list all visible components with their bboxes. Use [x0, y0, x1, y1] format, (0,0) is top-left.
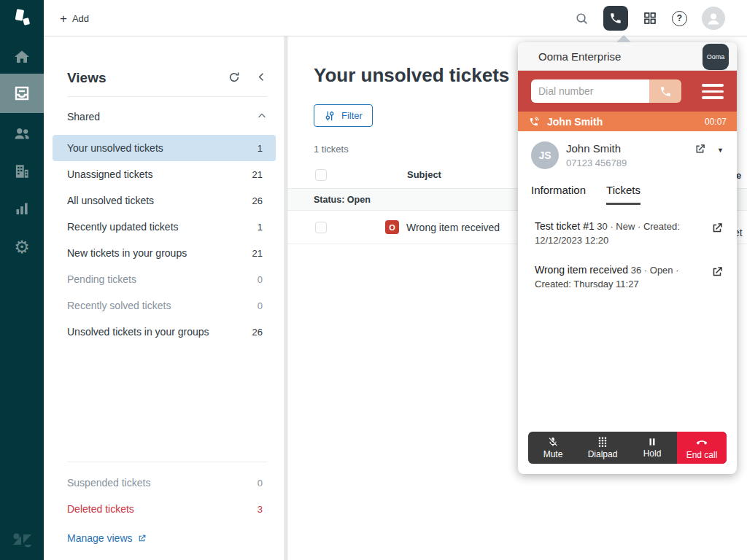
view-item-suspended[interactable]: Suspended tickets 0 [53, 470, 276, 496]
view-item-new-in-groups[interactable]: New tickets in your groups 21 [53, 240, 276, 266]
widget-title: Ooma Enterprise [538, 50, 621, 63]
call-controls-bar: Mute Dialpad Hold [528, 432, 727, 464]
open-contact-button[interactable] [694, 143, 706, 158]
widget-header: Ooma Enterprise Ooma [518, 42, 737, 71]
open-ticket-button[interactable] [711, 222, 724, 247]
shared-section-header[interactable]: Shared [67, 107, 267, 126]
zendesk-logo-icon [10, 7, 34, 30]
contact-avatar: JS [531, 141, 559, 169]
widget-ticket-title: Test ticket #1 [535, 220, 595, 232]
view-item-label: Your unsolved tickets [67, 142, 163, 154]
view-item-recently-solved[interactable]: Recently solved tickets 0 [53, 292, 276, 319]
external-link-icon [694, 143, 706, 155]
apps-button[interactable] [643, 11, 657, 26]
view-item-your-unsolved[interactable]: Your unsolved tickets 1 [53, 135, 276, 161]
topbar-actions: ? [575, 0, 747, 36]
mute-label: Mute [543, 449, 563, 459]
filter-button[interactable]: Filter [314, 104, 373, 127]
view-item-unsolved-in-groups[interactable]: Unsolved tickets in your groups 26 [53, 319, 276, 345]
building-icon [12, 162, 31, 181]
views-panel: Views Shared [44, 36, 285, 560]
view-item-unassigned[interactable]: Unassigned tickets 21 [53, 161, 276, 187]
views-panel-footer: Suspended tickets 0 Deleted tickets 3 Ma… [44, 462, 285, 550]
phone-app-button[interactable] [603, 6, 628, 31]
active-call-bar[interactable]: John Smith 00:07 [518, 112, 737, 131]
list-item: Wrong item received 36 · Open · Created:… [535, 263, 724, 291]
end-call-button[interactable]: End call [677, 432, 727, 464]
widget-menu-button[interactable] [702, 84, 724, 99]
end-call-icon [695, 435, 708, 448]
widget-ticket-list: Test ticket #1 30 · New · Created: 12/12… [518, 219, 737, 291]
view-item-label: Recently updated tickets [67, 221, 179, 233]
row-checkbox[interactable] [315, 222, 327, 233]
sidebar-item-reporting[interactable] [0, 190, 44, 228]
view-item-recently-updated[interactable]: Recently updated tickets 1 [53, 214, 276, 240]
view-item-count: 21 [252, 248, 263, 259]
view-item-label: Unsolved tickets in your groups [67, 326, 209, 338]
view-item-pending[interactable]: Pending tickets 0 [53, 266, 276, 292]
sidebar-item-home[interactable] [0, 38, 44, 76]
pause-icon [647, 437, 657, 447]
open-ticket-button[interactable] [711, 265, 724, 291]
sidebar-item-customers[interactable] [0, 114, 44, 152]
sidebar-item-admin[interactable]: ⚙ [0, 228, 44, 266]
nav-rail: ⚙ [0, 0, 44, 560]
collapse-panel-button[interactable] [256, 71, 267, 86]
dial-call-button[interactable] [649, 79, 681, 103]
zendesk-footer-logo [9, 526, 35, 553]
caret-down-icon: ▼ [717, 147, 724, 154]
view-item-deleted[interactable]: Deleted tickets 3 [53, 496, 276, 522]
caller-name: John Smith [547, 116, 603, 128]
filter-sliders-icon [324, 110, 336, 122]
list-item: Test ticket #1 30 · New · Created: 12/12… [535, 219, 724, 247]
views-list: Your unsolved tickets 1 Unassigned ticke… [44, 135, 285, 345]
widget-ticket-summary: Test ticket #1 30 · New · Created: 12/12… [535, 219, 702, 247]
person-icon [705, 9, 722, 27]
mute-button[interactable]: Mute [528, 432, 578, 464]
sidebar-item-organizations[interactable] [0, 152, 44, 190]
refresh-views-button[interactable] [228, 71, 240, 86]
dialpad-button[interactable]: Dialpad [578, 432, 627, 464]
subject-column-header: Subject [407, 169, 441, 180]
panel-resize-divider[interactable] [285, 36, 287, 560]
page-title: Your unsolved tickets [314, 64, 509, 87]
external-link-icon [711, 265, 724, 279]
hold-button[interactable]: Hold [627, 432, 677, 464]
ticket-subject-link[interactable]: Wrong item received [406, 222, 500, 233]
view-item-all-unsolved[interactable]: All unsolved tickets 26 [53, 187, 276, 214]
widget-ticket-title: Wrong item received [535, 264, 628, 276]
select-all-checkbox[interactable] [315, 169, 327, 181]
people-icon [12, 124, 31, 143]
bar-chart-icon [13, 200, 31, 217]
help-button[interactable]: ? [672, 11, 687, 26]
views-panel-title: Views [67, 70, 107, 85]
refresh-icon [228, 71, 240, 83]
zendesk-brand-icon[interactable] [10, 7, 34, 30]
ooma-widget: Ooma Enterprise Ooma [518, 42, 737, 474]
view-item-count: 0 [258, 478, 263, 489]
gear-icon: ⚙ [14, 238, 30, 256]
search-button[interactable] [575, 12, 589, 26]
manage-views-link[interactable]: Manage views [67, 526, 276, 550]
user-avatar[interactable] [702, 7, 725, 30]
sidebar-item-views[interactable] [0, 74, 44, 113]
widget-ticket-summary: Wrong item received 36 · Open · Created:… [535, 263, 702, 291]
view-item-count: 1 [258, 143, 263, 154]
external-link-icon [137, 534, 147, 543]
zendesk-agent-workspace: ⚙ + Add [0, 0, 747, 560]
question-mark-icon: ? [677, 13, 682, 23]
view-item-label: Deleted tickets [67, 503, 134, 515]
contact-dropdown-button[interactable]: ▼ [717, 147, 724, 154]
view-item-count: 0 [258, 274, 263, 285]
view-item-label: Suspended tickets [67, 477, 150, 489]
contact-section: JS John Smith 07123 456789 ▼ [518, 131, 737, 181]
hold-label: Hold [643, 448, 662, 459]
view-item-count: 1 [258, 222, 263, 233]
tab-information[interactable]: Information [531, 184, 586, 205]
grid-icon [643, 11, 657, 26]
call-timer: 00:07 [705, 117, 727, 127]
dialer-bar [518, 71, 737, 112]
dial-number-input[interactable] [531, 79, 649, 103]
tab-tickets[interactable]: Tickets [606, 184, 640, 205]
add-button[interactable]: + Add [53, 7, 96, 29]
